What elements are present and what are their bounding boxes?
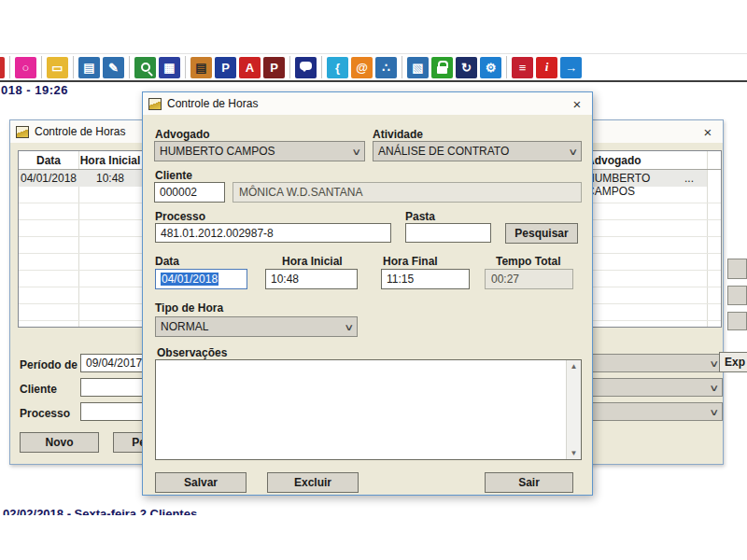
- excluir-button[interactable]: Excluir: [267, 472, 359, 493]
- letter-a-red-icon-glyph: A: [246, 61, 254, 75]
- toolbar-separator: [9, 56, 10, 78]
- toolbar-separator: [185, 56, 186, 78]
- hora-inicial-input[interactable]: [265, 269, 358, 289]
- image-icon-glyph: ▧: [412, 61, 423, 75]
- chevron-down-icon: ∨: [709, 383, 719, 393]
- document-icon[interactable]: ▤: [78, 57, 100, 78]
- sync-icon[interactable]: ↻: [456, 57, 477, 78]
- scroll-up-icon[interactable]: ▲: [571, 362, 578, 371]
- processo-label: Processo: [155, 210, 205, 223]
- at-mail-icon-glyph: @: [356, 61, 368, 75]
- chevron-down-icon: ∨: [344, 322, 354, 332]
- toolbar-separator: [41, 56, 42, 78]
- data-input[interactable]: 04/01/2018: [155, 269, 247, 289]
- toolbar-separator: [321, 56, 322, 78]
- cell-more-indicator: ...: [684, 172, 705, 185]
- record-circle-icon-glyph: ○: [22, 61, 30, 75]
- sync-icon-glyph: ↻: [461, 61, 472, 75]
- share-dots-icon[interactable]: ∴: [375, 57, 397, 78]
- hora-final-input[interactable]: [381, 269, 470, 289]
- close-icon[interactable]: ×: [568, 96, 586, 112]
- contacts-icon-glyph: {: [335, 61, 340, 75]
- dialog-titlebar: Controle de Horas ×: [143, 92, 592, 115]
- scroll-down-icon[interactable]: ▼: [571, 449, 578, 457]
- hours-edit-dialog: Controle de Horas × Advogado HUMBERTO CA…: [142, 91, 593, 496]
- folder-icon[interactable]: ▭: [47, 57, 68, 78]
- window-title: Controle de Horas: [35, 125, 125, 138]
- info-icon-glyph: i: [545, 60, 549, 75]
- chevron-down-icon: ∨: [709, 407, 719, 417]
- cliente-name-value: MÔNICA W.D.SANTANA: [239, 186, 362, 199]
- contacts-icon[interactable]: {: [327, 57, 348, 78]
- printer-icon[interactable]: ▤: [190, 57, 212, 78]
- folder-icon-glyph: ▭: [51, 61, 63, 75]
- advogado-select[interactable]: HUMBERTO CAMPOS ∨: [154, 141, 365, 161]
- settings-gear-icon-glyph: ⚙: [486, 61, 497, 75]
- edge-button-fragment[interactable]: [727, 259, 747, 279]
- tempo-total-field: 00:27: [485, 269, 573, 289]
- exit-arrow-icon[interactable]: →: [560, 57, 582, 78]
- info-icon[interactable]: i: [536, 57, 557, 78]
- edit-pen-icon[interactable]: ✎: [103, 57, 124, 78]
- salvar-button[interactable]: Salvar: [155, 472, 247, 493]
- letter-p-maroon-icon-glyph: P: [270, 61, 278, 75]
- chat-bubble-icon-glyph: [300, 62, 312, 70]
- atividade-value: ANÁLISE DE CONTRATO: [378, 145, 509, 158]
- novo-button[interactable]: Novo: [20, 432, 99, 453]
- cliente-filter-label: Cliente: [20, 383, 57, 396]
- list-icon-glyph: ≡: [519, 61, 527, 75]
- data-label: Data: [155, 255, 179, 268]
- observacoes-textarea[interactable]: ▲ ▼: [155, 359, 582, 460]
- chevron-down-icon: ∨: [709, 358, 719, 369]
- letter-p-maroon-icon[interactable]: P: [263, 57, 285, 78]
- processo-filter-label: Processo: [20, 407, 70, 420]
- processo-input[interactable]: [155, 223, 391, 243]
- col-header-hora-inicial: Hora Inicial: [78, 154, 142, 167]
- toolbar: ○▭▤✎▦▤PAP{@∴▧↻⚙≡i→: [0, 53, 747, 80]
- col-header-data: Data: [19, 154, 78, 167]
- lock-icon[interactable]: [431, 57, 453, 78]
- cliente-name-field: MÔNICA W.D.SANTANA: [233, 182, 582, 203]
- search-icon-glyph: [141, 63, 150, 72]
- exit-arrow-icon-glyph: →: [565, 61, 577, 75]
- tempo-total-label: Tempo Total: [496, 255, 561, 268]
- tipo-de-hora-label: Tipo de Hora: [155, 301, 223, 315]
- sair-button[interactable]: Sair: [485, 472, 573, 493]
- document-icon-glyph: ▤: [83, 61, 94, 75]
- letter-p-blue-icon[interactable]: P: [215, 57, 236, 78]
- status-text: 02/02/2018 - Sexta-feira 2 Clientes: [3, 507, 197, 515]
- calculator-icon[interactable]: ▦: [159, 57, 180, 78]
- exportar-button[interactable]: Exp: [719, 352, 747, 372]
- advogado-label: Advogado: [155, 128, 210, 141]
- edge-button-fragment[interactable]: [727, 312, 747, 330]
- atividade-label: Atividade: [373, 128, 423, 141]
- clipped-red-icon[interactable]: [0, 57, 5, 78]
- toolbar-separator: [129, 56, 130, 78]
- settings-gear-icon[interactable]: ⚙: [480, 57, 501, 78]
- record-circle-icon[interactable]: ○: [15, 57, 36, 78]
- data-selected-text: 04/01/2018: [161, 273, 218, 286]
- at-mail-icon[interactable]: @: [351, 57, 373, 78]
- calculator-icon-glyph: ▦: [163, 61, 175, 75]
- close-icon[interactable]: ×: [698, 124, 717, 140]
- cliente-label: Cliente: [155, 169, 192, 182]
- letter-a-red-icon[interactable]: A: [239, 57, 261, 78]
- pesquisar-button[interactable]: Pesquisar: [505, 223, 578, 244]
- cell-data: 04/01/2018: [19, 172, 78, 185]
- scrollbar[interactable]: ▲ ▼: [566, 360, 581, 459]
- session-datetime: 018 - 19:26: [1, 83, 68, 97]
- lock-icon-glyph: [437, 66, 447, 74]
- list-icon[interactable]: ≡: [512, 57, 533, 78]
- pasta-input[interactable]: [405, 223, 491, 243]
- periodo-label: Período de: [20, 358, 78, 371]
- cell-hora-inicial: 10:48: [78, 172, 142, 185]
- atividade-select[interactable]: ANÁLISE DE CONTRATO ∨: [373, 141, 582, 161]
- toolbar-separator: [289, 56, 290, 78]
- image-icon[interactable]: ▧: [407, 57, 429, 78]
- edge-button-fragment[interactable]: [727, 286, 747, 305]
- toolbar-divider: [0, 80, 747, 82]
- search-icon[interactable]: [134, 57, 156, 78]
- tipo-de-hora-select[interactable]: NORMAL ∨: [155, 316, 358, 337]
- chat-bubble-icon[interactable]: [295, 57, 317, 78]
- cliente-code-input[interactable]: [154, 182, 225, 203]
